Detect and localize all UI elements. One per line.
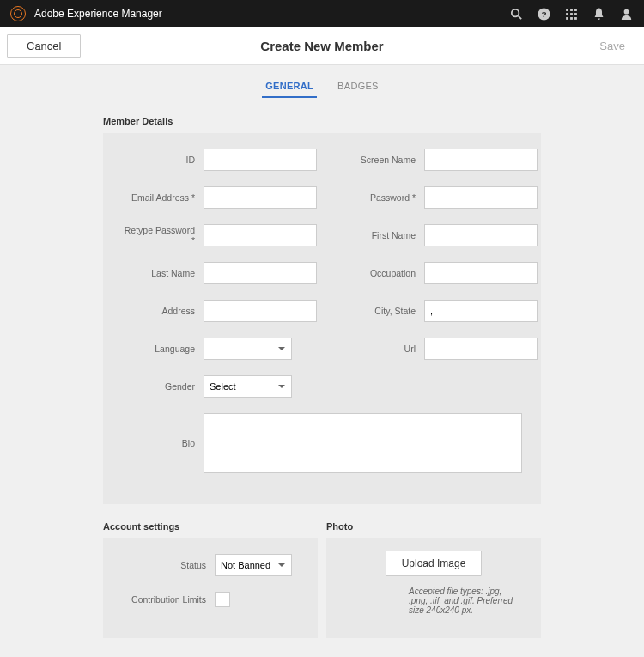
adobe-logo-icon xyxy=(10,6,26,21)
photo-hint-text: Accepted file types: .jpg, .png, .tif, a… xyxy=(345,587,522,615)
header-right: ? xyxy=(508,6,634,21)
svg-point-13 xyxy=(623,9,629,14)
label-status: Status xyxy=(122,560,215,570)
label-url: Url xyxy=(343,344,424,354)
svg-rect-6 xyxy=(574,9,577,11)
language-select[interactable] xyxy=(204,338,292,360)
occupation-input[interactable] xyxy=(424,262,538,284)
action-bar: Cancel Create New Member Save xyxy=(0,27,644,65)
global-header: Adobe Experience Manager ? xyxy=(0,0,644,27)
address-input[interactable] xyxy=(204,300,317,322)
email-input[interactable] xyxy=(204,186,317,209)
upload-image-button[interactable]: Upload Image xyxy=(386,551,483,576)
screen-name-input[interactable] xyxy=(424,149,538,171)
tab-general[interactable]: GENERAL xyxy=(262,76,317,98)
page-title: Create New Member xyxy=(260,39,383,53)
user-icon[interactable] xyxy=(618,6,634,21)
svg-rect-11 xyxy=(570,17,573,20)
label-last-name: Last Name xyxy=(122,268,204,278)
label-retype-password: Retype Password * xyxy=(122,225,204,246)
svg-rect-9 xyxy=(574,13,577,15)
password-input[interactable] xyxy=(424,186,538,209)
city-state-input[interactable] xyxy=(424,300,538,322)
label-bio: Bio xyxy=(122,438,204,448)
svg-rect-7 xyxy=(566,13,568,15)
id-input[interactable] xyxy=(204,149,317,171)
section-title-member-details: Member Details xyxy=(103,116,541,126)
section-title-account-settings: Account settings xyxy=(103,521,318,532)
svg-point-0 xyxy=(511,9,519,15)
notifications-icon[interactable] xyxy=(591,6,606,21)
tab-badges[interactable]: BADGES xyxy=(334,76,382,98)
svg-rect-8 xyxy=(570,13,573,15)
retype-password-input[interactable] xyxy=(204,224,317,246)
last-name-input[interactable] xyxy=(204,262,317,284)
svg-line-1 xyxy=(518,15,521,19)
svg-rect-12 xyxy=(574,17,577,20)
svg-rect-5 xyxy=(570,9,573,11)
member-details-panel: ID Email Address * Retype Password * Las… xyxy=(103,133,541,504)
label-address: Address xyxy=(122,306,204,316)
help-icon[interactable]: ? xyxy=(536,6,551,21)
status-select[interactable]: Not Banned xyxy=(215,554,292,576)
contribution-limits-checkbox[interactable] xyxy=(215,592,230,607)
bio-textarea[interactable] xyxy=(204,413,522,473)
photo-panel: Upload Image Accepted file types: .jpg, … xyxy=(326,538,541,638)
gender-select[interactable]: Select xyxy=(204,375,292,398)
svg-rect-10 xyxy=(566,17,568,20)
label-first-name: First Name xyxy=(343,230,424,240)
account-settings-panel: Status Not Banned Contribution Limits xyxy=(103,538,318,638)
label-gender: Gender xyxy=(122,381,204,392)
apps-grid-icon[interactable] xyxy=(563,6,579,21)
label-occupation: Occupation xyxy=(343,268,424,278)
cancel-button[interactable]: Cancel xyxy=(7,34,81,58)
svg-text:?: ? xyxy=(541,9,546,19)
label-screen-name: Screen Name xyxy=(343,155,424,165)
save-button[interactable]: Save xyxy=(599,40,637,52)
label-id: ID xyxy=(122,155,204,165)
label-password: Password * xyxy=(343,192,424,203)
label-contribution-limits: Contribution Limits xyxy=(122,594,215,605)
search-icon[interactable] xyxy=(508,6,524,21)
section-title-photo: Photo xyxy=(326,521,541,532)
content-scroll-area[interactable]: Cancel Create New Member Save GENERAL BA… xyxy=(0,27,644,657)
url-input[interactable] xyxy=(424,338,538,360)
header-left: Adobe Experience Manager xyxy=(10,6,508,21)
product-name: Adobe Experience Manager xyxy=(34,8,162,20)
label-city-state: City, State xyxy=(343,306,424,316)
label-language: Language xyxy=(122,344,204,354)
svg-rect-4 xyxy=(566,9,568,11)
tabs: GENERAL BADGES xyxy=(0,65,644,99)
content-area: Member Details ID Email Address * Retype… xyxy=(0,99,644,657)
first-name-input[interactable] xyxy=(424,224,538,246)
label-email: Email Address * xyxy=(122,192,204,203)
